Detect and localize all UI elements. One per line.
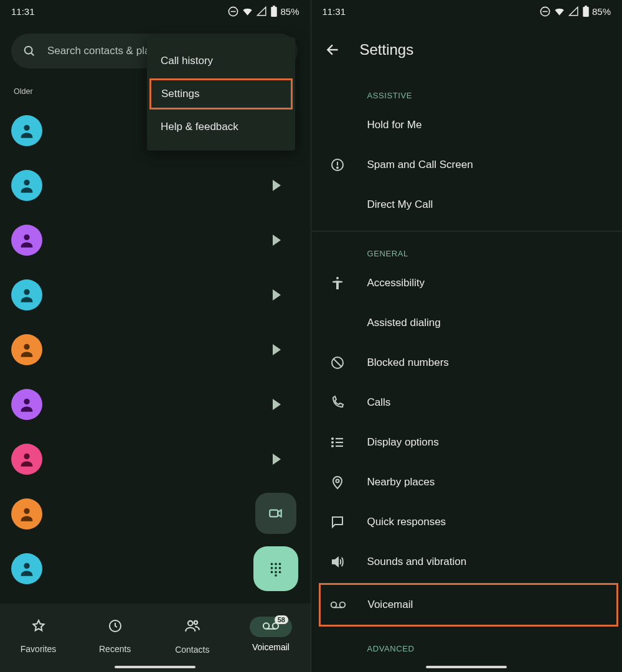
- back-arrow-icon[interactable]: [325, 42, 341, 58]
- home-indicator[interactable]: [426, 666, 507, 668]
- svg-rect-35: [585, 6, 587, 7]
- list-item[interactable]: [11, 268, 299, 322]
- avatar[interactable]: [11, 444, 42, 475]
- list-item[interactable]: [11, 432, 299, 487]
- svg-point-23: [275, 571, 277, 574]
- overflow-menu: Call history Settings Help & feedback: [147, 37, 295, 151]
- bottom-nav: Favorites Recents Contacts 58 Voicemail: [0, 604, 311, 672]
- nav-label: Recents: [99, 644, 131, 654]
- settings-quick-responses[interactable]: Quick responses: [311, 502, 623, 542]
- play-icon[interactable]: [273, 235, 281, 246]
- avatar[interactable]: [11, 279, 42, 310]
- status-icons: 85%: [227, 6, 299, 17]
- svg-point-49: [331, 602, 336, 608]
- svg-point-16: [270, 563, 273, 566]
- play-icon[interactable]: [273, 399, 281, 410]
- settings-label: Accessibility: [367, 277, 425, 289]
- menu-call-history[interactable]: Call history: [147, 44, 295, 78]
- settings-assisted-dialing[interactable]: Assisted dialing: [311, 303, 623, 343]
- section-general: GENERAL: [311, 231, 623, 263]
- svg-point-11: [24, 399, 29, 404]
- svg-point-48: [336, 480, 339, 483]
- svg-point-25: [275, 574, 277, 577]
- location-icon: [330, 475, 345, 490]
- settings-display-options[interactable]: Display options: [311, 422, 623, 462]
- settings-sounds-vibration[interactable]: Sounds and vibration: [311, 542, 623, 582]
- settings-label: Assisted dialing: [367, 317, 441, 329]
- svg-point-38: [337, 167, 338, 169]
- svg-line-41: [333, 359, 341, 367]
- settings-label: Calls: [367, 396, 391, 409]
- svg-point-10: [24, 344, 29, 350]
- svg-point-24: [278, 571, 281, 574]
- list-item[interactable]: [11, 213, 299, 268]
- avatar[interactable]: [11, 553, 42, 584]
- settings-calls[interactable]: Calls: [311, 383, 623, 422]
- play-icon[interactable]: [273, 180, 281, 191]
- voicemail-highlight: Voicemail: [319, 583, 619, 627]
- settings-label: Hold for Me: [367, 119, 422, 131]
- settings-label: Direct My Call: [367, 198, 433, 211]
- status-bar: 11:31 85%: [311, 0, 623, 22]
- nav-voicemail[interactable]: 58 Voicemail: [250, 617, 292, 652]
- svg-point-27: [188, 620, 193, 625]
- svg-point-50: [339, 602, 345, 608]
- battery-icon: [582, 6, 590, 17]
- dnd-icon: [539, 6, 551, 17]
- settings-direct-my-call[interactable]: Direct My Call: [311, 185, 623, 225]
- settings-label: Blocked numbers: [367, 357, 449, 369]
- home-indicator[interactable]: [115, 666, 196, 668]
- list-item[interactable]: [11, 377, 299, 432]
- avatar[interactable]: [11, 334, 42, 365]
- settings-nearby-places[interactable]: Nearby places: [311, 462, 623, 502]
- star-icon: [31, 618, 46, 633]
- wifi-icon: [554, 6, 565, 17]
- video-call-fab[interactable]: [255, 493, 296, 534]
- battery-icon: [270, 6, 278, 17]
- svg-rect-15: [270, 510, 278, 517]
- list-item[interactable]: [11, 322, 299, 377]
- svg-point-13: [24, 508, 29, 514]
- settings-label: Spam and Call Screen: [367, 159, 473, 171]
- svg-point-28: [194, 620, 197, 623]
- nav-label: Contacts: [175, 645, 209, 655]
- video-icon: [268, 505, 284, 521]
- svg-point-4: [25, 47, 32, 54]
- nav-recents[interactable]: Recents: [95, 615, 135, 654]
- battery-percent: 85%: [280, 6, 299, 17]
- settings-label: Nearby places: [367, 476, 435, 488]
- block-icon: [330, 355, 345, 370]
- play-icon[interactable]: [273, 344, 281, 355]
- dialpad-fab[interactable]: [253, 546, 298, 591]
- avatar[interactable]: [11, 389, 42, 420]
- nav-contacts[interactable]: Contacts: [172, 614, 213, 655]
- phone-icon: [330, 395, 345, 410]
- settings-accessibility[interactable]: Accessibility: [311, 263, 623, 303]
- voicemail-badge: 58: [275, 615, 288, 624]
- svg-rect-3: [273, 6, 276, 7]
- play-icon[interactable]: [273, 289, 281, 301]
- search-placeholder: Search contacts & pla: [47, 45, 150, 57]
- nav-label: Favorites: [21, 644, 57, 654]
- play-icon[interactable]: [273, 454, 281, 465]
- status-time: 11:31: [11, 6, 35, 17]
- avatar[interactable]: [11, 225, 42, 256]
- settings-spam-call-screen[interactable]: Spam and Call Screen: [311, 145, 623, 185]
- list-item[interactable]: [11, 158, 299, 213]
- avatar[interactable]: [11, 498, 42, 530]
- menu-help-feedback[interactable]: Help & feedback: [147, 110, 295, 144]
- svg-line-5: [31, 53, 34, 55]
- phone-app-screen: 11:31 85% Search contacts & pla Call his…: [0, 0, 311, 672]
- settings-label: Quick responses: [367, 516, 446, 528]
- svg-point-18: [278, 563, 281, 566]
- settings-blocked-numbers[interactable]: Blocked numbers: [311, 343, 623, 383]
- nav-favorites[interactable]: Favorites: [19, 615, 59, 654]
- settings-voicemail[interactable]: Voicemail: [321, 585, 617, 625]
- info-icon: [330, 157, 345, 172]
- signal-icon: [256, 6, 268, 17]
- menu-settings[interactable]: Settings: [149, 78, 293, 110]
- settings-hold-for-me[interactable]: Hold for Me: [311, 105, 623, 145]
- section-advanced: ADVANCED: [311, 627, 623, 658]
- avatar[interactable]: [11, 170, 42, 201]
- avatar[interactable]: [11, 115, 42, 146]
